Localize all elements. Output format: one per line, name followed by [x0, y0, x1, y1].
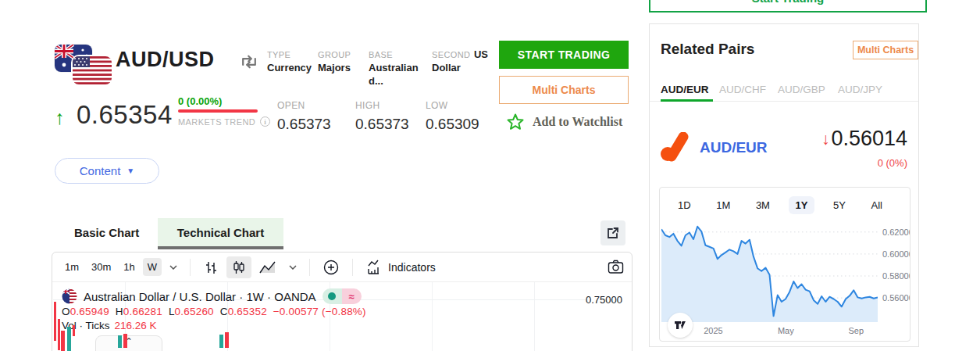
candlestick: [54, 302, 56, 341]
mini-chart-y-tick: 0.62000: [882, 227, 911, 237]
range-1m-button[interactable]: 1M: [709, 196, 737, 214]
page: Start Trading: [0, 0, 980, 351]
ohlc-o-key: O: [62, 306, 70, 317]
camera-snapshot-button[interactable]: [608, 260, 624, 274]
interval-1m-button[interactable]: 1m: [60, 258, 84, 276]
style-chevron-down-icon[interactable]: [284, 262, 301, 273]
markets-trend-bar: [178, 109, 258, 113]
tradingview-logo[interactable]: [668, 313, 693, 338]
ohlc-l-key: L: [169, 306, 175, 317]
content-dropdown[interactable]: Content ▼: [55, 158, 159, 184]
price-down-arrow-icon: ↓: [821, 130, 830, 149]
candlestick: [118, 335, 122, 348]
start-trading-top-button[interactable]: Start Trading: [649, 0, 927, 13]
stat-group: GROUP Majors: [318, 48, 365, 74]
tab-aud-eur[interactable]: AUD/EUR: [661, 84, 709, 95]
open-value: 0.65373: [277, 116, 331, 133]
approx-toggle[interactable]: ≈: [342, 288, 362, 304]
price-axis-label: 0.75000: [558, 294, 622, 306]
high-value: 0.65373: [355, 116, 409, 133]
mini-chart-widget: 1D 1M 3M 1Y 5Y All: [659, 187, 911, 342]
mini-chart-y-tick: 0.56000: [882, 293, 911, 303]
related-pairs-panel: Related Pairs Multi Charts AUD/EUR AUD/C…: [649, 23, 919, 347]
price-up-arrow-icon: ↑: [55, 106, 65, 129]
candlestick: [225, 332, 229, 348]
technical-chart-card: 1m 30m 1h W: [52, 252, 633, 351]
stat-type-label: TYPE: [267, 50, 290, 59]
interval-1h-button[interactable]: 1h: [119, 258, 139, 276]
toolbar-divider: [309, 259, 310, 276]
candles-style-icon[interactable]: [226, 256, 251, 278]
area-style-icon[interactable]: [255, 256, 281, 278]
external-link-icon: [606, 226, 620, 240]
indicators-button[interactable]: Indicators: [361, 256, 440, 278]
current-price: 0.65354: [77, 100, 173, 130]
camera-icon: [608, 260, 624, 274]
open-chart-external-button[interactable]: [600, 220, 625, 245]
active-tab-underline: [661, 99, 713, 102]
stat-base-label: BASE: [369, 50, 393, 59]
start-trading-button[interactable]: START TRADING: [499, 41, 629, 69]
bars-style-icon[interactable]: [198, 256, 223, 278]
tab-aud-chf[interactable]: AUD/CHF: [719, 84, 766, 95]
compare-add-icon[interactable]: [318, 256, 344, 279]
green-dot-icon: [328, 292, 336, 300]
chevron-down-icon: ▼: [127, 167, 134, 175]
tab-technical-underline: [158, 246, 283, 249]
ohlc-c-value: 0.65352: [228, 306, 267, 317]
tab-aud-jpy[interactable]: AUD/JPY: [838, 84, 882, 95]
related-pairs-title: Related Pairs: [661, 41, 754, 58]
low-label: LOW: [426, 100, 479, 111]
tab-technical-chart[interactable]: Technical Chart: [158, 218, 283, 246]
interval-30m-button[interactable]: 30m: [87, 258, 116, 276]
stat-group-value: Majors: [318, 62, 351, 73]
ohlc-readout: O0.65949 H0.66281 L0.65260 C0.65352 −0.0…: [62, 306, 366, 317]
toolbar-divider: [352, 259, 353, 276]
collapse-pane-button[interactable]: ⌃: [95, 335, 162, 351]
candlestick: [219, 335, 223, 348]
open-label: OPEN: [277, 100, 331, 111]
range-1y-button[interactable]: 1Y: [789, 196, 815, 214]
candlestick: [73, 325, 75, 336]
indicators-label: Indicators: [388, 261, 436, 274]
info-icon[interactable]: i: [260, 116, 270, 127]
add-to-watchlist-button[interactable]: Add to Watchlist: [506, 113, 622, 131]
high-stat: HIGH 0.65373: [355, 100, 409, 133]
mini-chart-y-tick: 0.60000: [882, 249, 911, 259]
range-1d-button[interactable]: 1D: [671, 196, 698, 214]
mini-chart-plot[interactable]: [661, 224, 878, 322]
stat-type: TYPE Currency: [267, 48, 314, 74]
range-3m-button[interactable]: 3M: [749, 196, 777, 214]
price-change: 0 (0.00%): [178, 95, 222, 107]
watchlist-label: Add to Watchlist: [533, 115, 622, 129]
stat-second: SECOND US Dollar: [432, 48, 501, 74]
tab-aud-gbp[interactable]: AUD/GBP: [778, 84, 825, 95]
volume-value: 216.26 K: [115, 320, 157, 331]
candlestick: [61, 331, 65, 351]
tab-basic-chart[interactable]: Basic Chart: [74, 226, 139, 239]
candlestick: [58, 319, 60, 350]
interval-week-button[interactable]: W: [143, 258, 162, 276]
open-stat: OPEN 0.65373: [277, 100, 331, 133]
mini-chart-x-tick: Sep: [849, 326, 864, 335]
broker-logo-icon: [661, 132, 690, 162]
related-price-value: 0.56014: [831, 127, 907, 151]
range-5y-button[interactable]: 5Y: [826, 196, 853, 214]
range-all-button[interactable]: All: [864, 196, 889, 214]
ohlc-h-value: 0.66281: [123, 306, 162, 317]
ohlc-l-value: 0.65260: [175, 306, 214, 317]
multi-charts-button[interactable]: Multi Charts: [499, 76, 629, 104]
indicators-icon: [365, 260, 383, 275]
mini-chart-x-tick: May: [778, 326, 794, 335]
ohlc-change: −0.00577 (−0.88%): [273, 306, 366, 317]
chart-legend: Australian Dollar / U.S. Dollar · 1W · O…: [62, 288, 362, 304]
interval-chevron-down-icon[interactable]: [165, 262, 182, 273]
pair-flag-icon: [62, 288, 77, 304]
stat-type-value: Currency: [267, 62, 312, 73]
related-multi-charts-button[interactable]: Multi Charts: [853, 41, 918, 59]
pair-title: AUD/USD: [116, 48, 215, 72]
marketstatus-toggle[interactable]: [323, 288, 342, 304]
star-icon: [506, 113, 525, 131]
compare-icon[interactable]: [239, 52, 259, 72]
stat-base: BASE Australian d...: [369, 48, 431, 88]
